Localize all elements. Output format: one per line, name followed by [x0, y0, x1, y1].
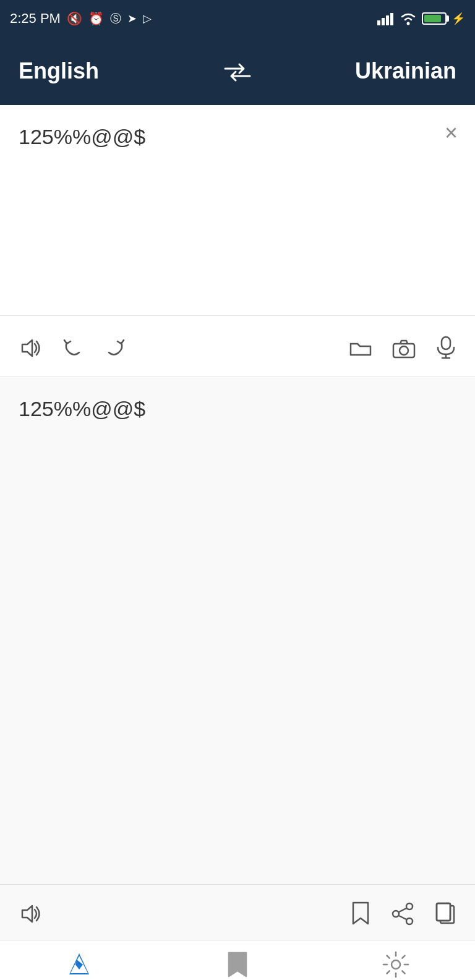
toolbar-right-group — [349, 333, 456, 359]
settings-nav-icon — [382, 950, 409, 979]
copy-button[interactable] — [434, 899, 456, 926]
play-icon: ▷ — [143, 12, 152, 25]
svg-rect-8 — [442, 337, 450, 349]
swap-languages-button[interactable] — [222, 58, 253, 84]
nav-translate[interactable]: Translate — [0, 950, 158, 980]
translated-text: 125%%@@$ — [19, 394, 456, 424]
svg-rect-0 — [377, 20, 380, 25]
speaker-button[interactable] — [19, 334, 42, 358]
bottom-action-bar — [0, 884, 475, 940]
svg-rect-3 — [390, 13, 393, 25]
input-area: 125%%@@$ × — [0, 105, 475, 315]
input-toolbar — [0, 315, 475, 377]
bookmark-button[interactable] — [350, 899, 371, 926]
wifi-icon — [400, 12, 417, 25]
svg-point-14 — [406, 918, 413, 924]
svg-line-16 — [399, 916, 406, 919]
toolbar-left-group — [19, 334, 126, 358]
signal-icon — [377, 12, 395, 25]
nav-favorites[interactable]: Favorites — [158, 950, 317, 980]
target-language[interactable]: Ukrainian — [265, 58, 456, 84]
svg-point-13 — [393, 911, 399, 917]
svg-point-22 — [392, 960, 400, 969]
mute-icon: 🔇 — [67, 11, 82, 26]
camera-button[interactable] — [392, 334, 416, 358]
status-left: 2:25 PM 🔇 ⏰ Ⓢ ➤ ▷ — [10, 11, 152, 27]
clear-button[interactable]: × — [445, 120, 458, 146]
microphone-button[interactable] — [435, 333, 456, 359]
svg-marker-11 — [22, 906, 32, 922]
status-right: ⚡ — [377, 12, 465, 25]
share-button[interactable] — [391, 899, 414, 925]
source-text[interactable]: 125%%@@$ — [19, 122, 456, 152]
alarm-icon: ⏰ — [88, 11, 104, 26]
tts-speaker-button[interactable] — [19, 900, 42, 926]
svg-rect-1 — [382, 18, 385, 25]
redo-button[interactable] — [104, 334, 126, 358]
folder-button[interactable] — [349, 334, 372, 358]
svg-line-15 — [399, 908, 406, 912]
language-header: English Ukrainian — [0, 37, 475, 105]
svg-point-4 — [407, 22, 410, 25]
nav-settings[interactable]: Settings — [317, 950, 475, 980]
favorites-nav-icon — [225, 950, 250, 979]
translation-area: 125%%@@$ — [0, 377, 475, 884]
translate-nav-icon — [66, 950, 93, 979]
source-language[interactable]: English — [19, 58, 210, 84]
svg-point-12 — [406, 903, 413, 910]
status-time: 2:25 PM — [10, 11, 61, 27]
svg-rect-18 — [437, 903, 450, 921]
undo-button[interactable] — [62, 334, 84, 358]
battery-percent: ⚡ — [451, 12, 465, 25]
status-bar: 2:25 PM 🔇 ⏰ Ⓢ ➤ ▷ ⚡ — [0, 0, 475, 37]
svg-point-7 — [400, 346, 408, 355]
svg-marker-5 — [22, 340, 32, 356]
action-right-group — [350, 899, 456, 926]
bottom-nav: Translate Favorites Settings — [0, 940, 475, 980]
navigation-icon: ➤ — [127, 12, 137, 25]
extra-icon1: Ⓢ — [110, 11, 121, 26]
battery-indicator — [422, 12, 447, 25]
svg-rect-2 — [386, 15, 389, 25]
